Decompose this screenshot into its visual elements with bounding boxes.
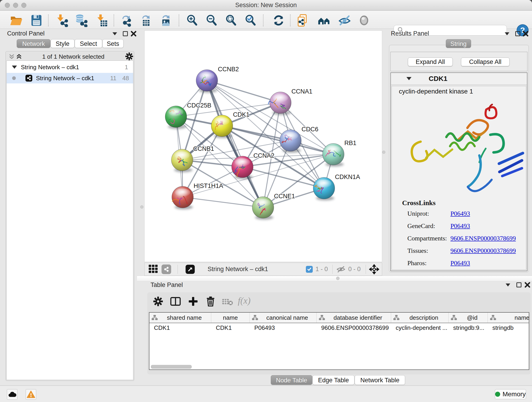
- entry-expander-icon[interactable]: [406, 77, 412, 80]
- network-canvas[interactable]: CCNB2CCNA1CDC25BCDK1CDC6RB1CCNB1CCNA2CDK…: [144, 31, 382, 262]
- table-panel-close-button[interactable]: [524, 281, 531, 289]
- export-image-button[interactable]: [159, 13, 173, 27]
- network-list-options-button[interactable]: [125, 52, 133, 61]
- delete-column-button[interactable]: [206, 296, 215, 307]
- string-style-button[interactable]: [162, 264, 171, 274]
- strip-separator: [366, 265, 366, 274]
- network-edge-HIST1H1A-CCNE1[interactable]: [183, 197, 263, 207]
- toolbar-separator: [263, 14, 264, 26]
- crosslink-value-link[interactable]: 9606.ENSP00000378699: [450, 247, 516, 254]
- table-horizontal-scrollbar[interactable]: [151, 365, 192, 369]
- gear-icon: [153, 296, 163, 306]
- network-edge-CCNB2-CCNA1[interactable]: [207, 80, 280, 103]
- import-database-icon: [75, 14, 88, 27]
- table-options-button[interactable]: [153, 296, 163, 307]
- selected-checkbox-icon[interactable]: [306, 266, 313, 273]
- cloud-status-button[interactable]: [7, 389, 17, 400]
- expand-all-networks-button[interactable]: [16, 53, 22, 61]
- import-network-from-file-button[interactable]: [55, 13, 69, 27]
- column-header-database-identifier[interactable]: database identifier: [317, 313, 391, 323]
- left-splitter-grip[interactable]: [140, 205, 143, 209]
- column-header-canonical-name[interactable]: canonical name: [250, 313, 317, 323]
- collapse-all-networks-button[interactable]: [8, 53, 15, 61]
- zoom-selected-button[interactable]: [244, 13, 257, 27]
- tab-network[interactable]: Network: [17, 39, 51, 48]
- string-home-button[interactable]: [317, 13, 331, 27]
- table-panel-float-button[interactable]: [515, 281, 523, 289]
- results-panel-close-button[interactable]: [522, 30, 530, 38]
- toolbar-separator: [179, 14, 179, 26]
- divider-grip[interactable]: [336, 277, 340, 280]
- column-header-description[interactable]: description: [391, 313, 449, 323]
- import-network-from-database-button[interactable]: [74, 13, 88, 27]
- right-splitter-grip[interactable]: [382, 151, 385, 154]
- zoom-out-button[interactable]: [205, 13, 218, 27]
- table-cell: stringdb: [488, 323, 529, 332]
- memory-button[interactable]: Memory: [495, 389, 526, 399]
- crosslink-value-link[interactable]: P06493: [450, 222, 470, 230]
- tab-edge-table[interactable]: Edge Table: [312, 375, 355, 385]
- table-cell: cyclin-dependent ...: [391, 323, 449, 332]
- column-header-name[interactable]: name: [211, 313, 250, 323]
- memory-status-dot: [495, 392, 500, 397]
- warning-icon: [27, 390, 35, 399]
- table-delete-icon: [222, 298, 233, 306]
- crosslink-value-link[interactable]: P06493: [450, 210, 470, 217]
- apply-layout-button[interactable]: [272, 13, 285, 27]
- tree-expander-icon[interactable]: [11, 64, 18, 70]
- network-collection-row[interactable]: String Network – cdk1 1: [7, 62, 133, 72]
- tab-network-table[interactable]: Network Table: [355, 375, 405, 385]
- save-session-button[interactable]: [30, 13, 43, 27]
- crosslink-label: Compartments:: [407, 235, 450, 242]
- column-type-icon: [152, 315, 158, 321]
- table-panel-divider[interactable]: [137, 276, 532, 281]
- open-session-button[interactable]: [9, 13, 23, 27]
- zoom-in-icon: [185, 14, 199, 27]
- show-glass-button[interactable]: [357, 13, 371, 27]
- result-entry-header[interactable]: CDK1: [390, 72, 527, 85]
- table-row[interactable]: CDK1CDK1P064939606.ENSP00000378699cyclin…: [149, 323, 529, 332]
- close-icon: [131, 31, 137, 37]
- zoom-fit-button[interactable]: [224, 13, 238, 27]
- pan-move-icon[interactable]: [369, 264, 379, 274]
- birdseye-view-button[interactable]: [148, 264, 158, 275]
- results-panel-float-button[interactable]: [514, 30, 522, 38]
- tab-style[interactable]: Style: [51, 39, 75, 48]
- network-view-title: String Network – cdk1: [208, 266, 268, 273]
- table-panel-menu-button[interactable]: [504, 281, 512, 289]
- import-table-from-file-button[interactable]: [95, 13, 109, 27]
- export-network-button[interactable]: [119, 13, 133, 27]
- tab-string-results[interactable]: String: [446, 39, 471, 48]
- function-builder-button-disabled[interactable]: f(x): [238, 295, 251, 306]
- status-bar: [0, 385, 532, 402]
- delete-table-button-disabled[interactable]: [222, 298, 233, 307]
- open-in-string-button[interactable]: [186, 265, 195, 274]
- show-columns-button[interactable]: [170, 296, 181, 307]
- column-type-icon: [490, 315, 496, 321]
- expand-all-button[interactable]: Expand All: [408, 57, 453, 66]
- column-header-shared-name[interactable]: shared name: [149, 313, 211, 323]
- import-network-icon: [55, 14, 69, 27]
- tab-select[interactable]: Select: [75, 39, 102, 48]
- network-row-selected[interactable]: String Network – cdk1 11 48: [7, 73, 133, 83]
- tab-node-table[interactable]: Node Table: [271, 375, 312, 385]
- node-label-CCNB2: CCNB2: [218, 66, 239, 73]
- column-header-namespace[interactable]: namespace: [488, 313, 529, 323]
- crosslink-value-link[interactable]: P06493: [450, 259, 470, 267]
- control-panel-float-button[interactable]: [121, 30, 129, 38]
- control-panel-close-button[interactable]: [130, 30, 138, 38]
- external-link-icon: [187, 266, 193, 272]
- tab-sets[interactable]: Sets: [102, 39, 123, 48]
- column-header--id[interactable]: @id: [449, 313, 488, 323]
- crosslink-value-link[interactable]: 9606.ENSP00000378699: [450, 235, 516, 242]
- hidden-count: 0 - 0: [348, 266, 361, 273]
- results-panel-menu-button[interactable]: [503, 30, 511, 38]
- warning-status-button[interactable]: [26, 389, 36, 400]
- hide-glass-button[interactable]: [338, 13, 351, 27]
- create-column-button[interactable]: [188, 296, 198, 307]
- import-string-network-button[interactable]: [296, 13, 310, 27]
- export-table-button[interactable]: [139, 13, 153, 27]
- zoom-in-button[interactable]: [185, 13, 199, 27]
- control-panel-menu-button[interactable]: [111, 30, 119, 38]
- collapse-all-button[interactable]: Collapse All: [461, 57, 510, 66]
